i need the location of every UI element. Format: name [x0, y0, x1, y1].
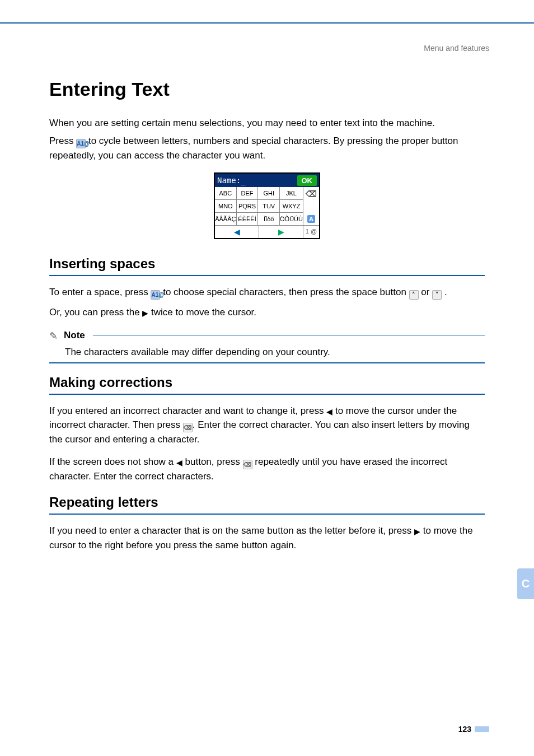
mode-toggle-icon: A1@: [76, 139, 86, 148]
section-inserting-spaces: Inserting spaces: [49, 256, 485, 272]
note-head-rule: [93, 335, 485, 335]
breadcrumb: Menu and features: [424, 44, 489, 53]
key-accent4: ÖÕÜÚÙ: [280, 213, 303, 226]
corrections-p2: If the screen does not show a ◀ button, …: [49, 455, 485, 484]
space-underscore-icon: ˅: [432, 290, 442, 300]
note-block: ✎ Note The characters available may diff…: [49, 330, 485, 363]
page-bar: [475, 726, 489, 732]
note-icon: ✎: [49, 330, 60, 341]
backspace-icon: ⌫: [306, 189, 317, 198]
device-right-arrow: ▶: [259, 226, 303, 238]
key-ghi: GHI: [258, 187, 280, 200]
section-rule-3: [49, 514, 485, 515]
note-label: Note: [64, 330, 85, 341]
note-body: The characters available may differ depe…: [65, 347, 485, 358]
device-illustration: Name:_ OK ABC DEF GHI JKL ⌫ A MNO P: [49, 172, 485, 239]
right-triangle-icon-2: ▶: [414, 526, 420, 538]
key-side-column: ⌫ A: [303, 187, 319, 226]
right-triangle-icon: ▶: [142, 307, 148, 319]
key-accent2: ÉÈËÊÍ: [237, 213, 259, 226]
space-caret-icon: ˄: [409, 290, 419, 300]
top-rule: [0, 22, 534, 24]
key-pqrs: PQRS: [237, 200, 259, 213]
repeating-p1: If you need to enter a character that is…: [49, 524, 485, 552]
backspace-key-icon: ⌫: [183, 423, 193, 432]
mode-toggle-icon-2: A1@: [151, 290, 160, 300]
page-footer: 123: [458, 725, 489, 734]
page-number: 123: [458, 725, 471, 734]
left-triangle-icon: ◀: [326, 406, 332, 418]
device-left-arrow: ◀: [215, 226, 259, 238]
device-ok-button: OK: [297, 175, 317, 186]
device-name-label: Name:_: [217, 176, 246, 185]
section-repeating-letters: Repeating letters: [49, 494, 485, 510]
intro-line2: Press A1@ to cycle between letters, numb…: [49, 134, 485, 163]
intro-line1: When you are setting certain menu select…: [49, 116, 485, 130]
note-bottom-rule: [49, 362, 485, 363]
side-tab: C: [517, 568, 534, 599]
key-accent1: ÄÅÃÂÇ: [215, 213, 237, 226]
key-tuv: TUV: [258, 200, 280, 213]
key-abc: ABC: [215, 187, 237, 200]
page-title: Entering Text: [49, 78, 485, 100]
key-accent3: ÌÏδő: [258, 213, 280, 226]
corrections-p1: If you entered an incorrect character an…: [49, 404, 485, 447]
backspace-key-icon-2: ⌫: [243, 460, 252, 469]
mode-a-icon: A: [307, 215, 315, 223]
section-making-corrections: Making corrections: [49, 375, 485, 390]
device-mode-bottom: 1 @: [303, 226, 319, 238]
section-rule-2: [49, 394, 485, 395]
inserting-p1: To enter a space, press A1@ to choose sp…: [49, 285, 485, 300]
section-rule-1: [49, 275, 485, 276]
inserting-p2: Or, you can press the ▶ twice to move th…: [49, 305, 485, 320]
left-triangle-icon-2: ◀: [176, 457, 182, 469]
key-jkl: JKL: [280, 187, 303, 200]
key-def: DEF: [237, 187, 259, 200]
key-wxyz: WXYZ: [280, 200, 303, 213]
key-mno: MNO: [215, 200, 237, 213]
